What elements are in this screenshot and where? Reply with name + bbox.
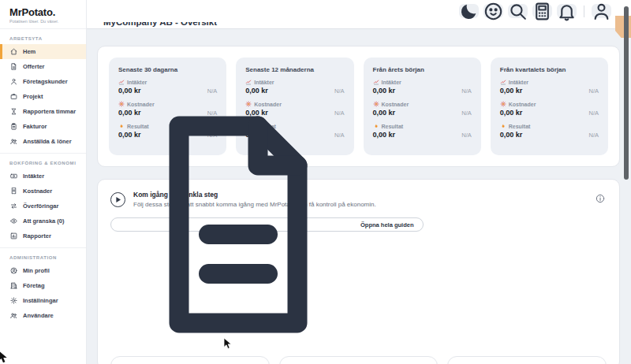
open-guide-button[interactable]: Öppna hela guiden	[110, 217, 424, 232]
user-circle-icon	[10, 267, 17, 274]
sidebar-item-label: Fakturor	[23, 123, 47, 130]
info-icon[interactable]	[596, 192, 605, 202]
burst-icon	[373, 101, 379, 107]
stat-card-title: Från kvartalets början	[500, 66, 599, 73]
flame-icon	[373, 123, 379, 129]
stat-row-extra: N/A	[588, 110, 599, 117]
stat-row-label: Intäkter	[127, 80, 147, 85]
stat-row-extra: N/A	[588, 87, 599, 95]
sidebar-item-anvandare[interactable]: Användare	[0, 308, 86, 323]
chart-increasing-icon	[500, 79, 506, 85]
sidebar-item-label: Rapporter	[23, 232, 51, 240]
card-reader-button[interactable]	[532, 4, 552, 18]
topbar-divider	[584, 6, 584, 17]
stat-row-extra: N/A	[461, 110, 472, 117]
stat-row-extra: N/A	[334, 87, 345, 95]
page-title: MyCompany AB - Översikt	[103, 22, 631, 27]
topbar	[87, 0, 631, 22]
sidebar-item-label: Offerter	[23, 63, 45, 70]
mascot-button[interactable]	[484, 4, 503, 18]
sidebar-item-label: Att granska (0)	[23, 217, 65, 225]
stat-card-quarter-start: Från kvartalets början Intäkter 0,00 krN…	[491, 58, 608, 155]
sidebar: MrPotato. Potatisen löser. Du växer. ARB…	[0, 0, 87, 364]
sidebar-section-bokforing: BOKFÖRING & EKONOMI Intäkter Kostnader Ö…	[0, 154, 86, 248]
person-icon	[592, 2, 611, 21]
receipt-icon	[10, 188, 17, 195]
briefcase-icon	[10, 93, 17, 100]
chart-increasing-icon	[245, 79, 252, 85]
sidebar-section-label: ADMINISTRATION	[0, 248, 86, 263]
sidebar-item-overforingar[interactable]: Överföringar	[0, 199, 86, 214]
document-icon	[120, 106, 357, 343]
search-button[interactable]	[508, 4, 528, 18]
stat-row-label: Intäkter	[254, 80, 274, 85]
sidebar-item-foretag[interactable]: Företag	[0, 278, 86, 293]
stat-row-value: 0,00 kr	[500, 131, 523, 139]
sidebar-item-foretagskunder[interactable]: Företagskunder	[0, 74, 86, 89]
building-icon	[10, 282, 17, 289]
sidebar-item-rapporter[interactable]: Rapporter	[0, 228, 86, 243]
sidebar-item-kostnader[interactable]: Kostnader	[0, 184, 86, 199]
flame-icon	[500, 123, 506, 129]
stat-card-year-start: Från årets början Intäkter 0,00 krN/A Ko…	[364, 58, 481, 155]
sidebar-item-label: Företagskunder	[23, 78, 68, 85]
onboarding-panel: Kom igång på 3 enkla steg Följ dessa ste…	[97, 179, 620, 364]
stat-card-title: Senaste 30 dagarna	[118, 66, 217, 73]
account-button[interactable]	[592, 4, 611, 18]
stat-row-value: 0,00 kr	[500, 87, 523, 95]
stat-row-value: 0,00 kr	[373, 87, 396, 95]
transfer-icon	[10, 202, 17, 210]
sidebar-item-anstallda-loner[interactable]: Anställda & löner	[0, 134, 86, 149]
banknote-icon	[10, 173, 17, 180]
stat-row-label: Resultat	[382, 124, 404, 129]
sidebar-item-intakter[interactable]: Intäkter	[0, 169, 86, 184]
stat-row-value: 0,00 kr	[118, 87, 141, 95]
stat-row-label: Resultat	[509, 124, 531, 129]
sidebar-item-label: Kostnader	[23, 188, 52, 195]
stat-card-title: Senaste 12 månaderna	[245, 66, 344, 73]
sidebar-item-label: Min profil	[23, 267, 50, 274]
stat-row-extra: N/A	[588, 132, 599, 139]
stat-row-extra: N/A	[461, 132, 472, 139]
gear-icon	[10, 297, 17, 304]
dark-mode-button[interactable]	[459, 4, 479, 18]
sidebar-item-label: Inställningar	[23, 297, 58, 304]
sidebar-item-hem[interactable]: Hem	[0, 44, 86, 59]
step-card-2: 2. Fyll i företagsuppgifter och koppla d…	[279, 356, 439, 364]
person-icon	[10, 78, 17, 85]
stat-row-value: 0,00 kr	[245, 87, 268, 95]
sidebar-item-label: Anställda & löner	[23, 138, 72, 145]
app-root: MrPotato. Potatisen löser. Du växer. ARB…	[0, 0, 631, 364]
sidebar-item-label: Projekt	[23, 93, 43, 100]
sidebar-item-label: Företag	[23, 282, 45, 289]
sidebar-item-rapportera-timmar[interactable]: Rapportera timmar	[0, 104, 86, 119]
sidebar-item-installningar[interactable]: Inställningar	[0, 293, 86, 308]
stat-row-extra: N/A	[461, 87, 472, 95]
vertical-scrollbar[interactable]	[624, 6, 629, 180]
stat-row-label: Intäkter	[509, 80, 528, 85]
notifications-button[interactable]	[557, 4, 577, 18]
stat-row-label: Kostnader	[382, 102, 409, 107]
sidebar-item-fakturor[interactable]: Fakturor	[0, 119, 86, 134]
brand-block: MrPotato. Potatisen löser. Du växer.	[0, 0, 86, 29]
burst-icon	[500, 101, 506, 107]
sidebar-item-label: Användare	[23, 312, 54, 319]
brand-logo: MrPotato.	[9, 6, 86, 18]
step-card-3: 3. Registrera din första transaktion Reg…	[447, 356, 607, 364]
stat-row-value: 0,00 kr	[373, 131, 396, 139]
mascot-icon	[484, 2, 503, 21]
chart-increasing-icon	[373, 79, 379, 85]
sidebar-item-min-profil[interactable]: Min profil	[0, 263, 86, 278]
people-icon	[10, 312, 17, 319]
stat-row-label: Intäkter	[382, 80, 401, 85]
sidebar-section-administration: ADMINISTRATION Min profil Företag Instäl…	[0, 248, 86, 327]
invoice-icon	[10, 123, 17, 130]
sidebar-item-projekt[interactable]: Projekt	[0, 89, 86, 104]
brand-tagline: Potatisen löser. Du växer.	[9, 19, 86, 24]
sidebar-item-att-granska[interactable]: Att granska (0)	[0, 214, 86, 228]
main-content: Senaste 30 dagarna Intäkter 0,00 krN/A K…	[87, 30, 631, 364]
sidebar-item-label: Överföringar	[23, 202, 58, 210]
sidebar-item-offerter[interactable]: Offerter	[0, 59, 86, 74]
search-icon	[508, 2, 528, 21]
open-guide-label: Öppna hela guiden	[360, 221, 414, 228]
